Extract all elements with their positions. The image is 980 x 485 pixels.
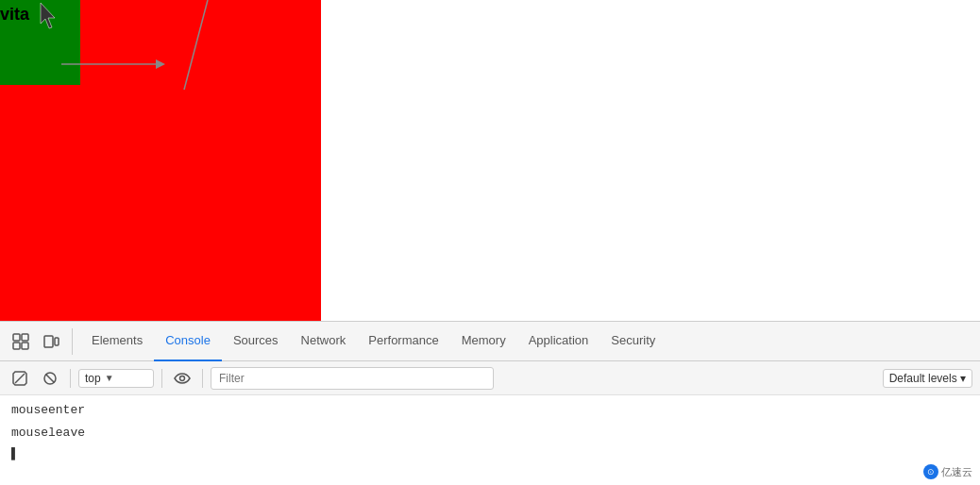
context-selector[interactable]: top ▼ xyxy=(78,369,154,388)
console-line: mouseleave xyxy=(0,422,980,444)
svg-line-0 xyxy=(184,0,208,90)
watermark: ⊙ 亿速云 xyxy=(923,464,972,479)
console-output: mouseenter mouseleave ▌ xyxy=(0,395,980,485)
separator3 xyxy=(202,369,203,388)
svg-marker-2 xyxy=(156,59,165,69)
tab-application[interactable]: Application xyxy=(517,322,600,361)
tab-elements[interactable]: Elements xyxy=(80,322,154,361)
svg-line-13 xyxy=(46,374,55,382)
tab-memory[interactable]: Memory xyxy=(450,322,517,361)
inspect-icon[interactable] xyxy=(8,328,34,355)
svg-rect-7 xyxy=(22,343,28,349)
canvas-area: vita xyxy=(0,0,321,321)
svg-rect-9 xyxy=(55,338,59,345)
console-cursor-line: ▌ xyxy=(0,443,980,466)
device-icon[interactable] xyxy=(38,328,64,355)
svg-rect-4 xyxy=(13,334,20,341)
separator2 xyxy=(161,369,162,388)
tab-performance[interactable]: Performance xyxy=(357,322,449,361)
svg-rect-8 xyxy=(44,336,53,347)
tab-icon-group xyxy=(8,328,73,355)
console-line: mouseenter xyxy=(0,399,980,422)
clear-console-button[interactable] xyxy=(8,366,32,391)
tab-security[interactable]: Security xyxy=(600,322,667,361)
tab-network[interactable]: Network xyxy=(290,322,358,361)
svg-rect-6 xyxy=(13,343,20,349)
block-button[interactable] xyxy=(38,366,62,391)
default-levels-dropdown[interactable]: Default levels ▾ xyxy=(883,369,972,388)
svg-line-11 xyxy=(15,374,25,383)
tab-console[interactable]: Console xyxy=(154,322,222,361)
devtools-panel: Elements Console Sources Network Perform… xyxy=(0,321,980,485)
svg-point-14 xyxy=(180,376,185,380)
filter-input[interactable] xyxy=(211,367,494,390)
console-toolbar: top ▼ Default levels ▾ xyxy=(0,361,980,395)
vita-text: vita xyxy=(0,5,29,25)
main-content: vita xyxy=(0,0,980,321)
eye-button[interactable] xyxy=(170,366,194,391)
tabs-row: Elements Console Sources Network Perform… xyxy=(0,322,980,361)
separator xyxy=(70,369,71,388)
chevron-down-icon: ▼ xyxy=(105,373,114,383)
svg-rect-5 xyxy=(22,334,28,341)
watermark-icon: ⊙ xyxy=(923,464,938,479)
watermark-text: 亿速云 xyxy=(941,465,972,479)
tab-sources[interactable]: Sources xyxy=(222,322,290,361)
